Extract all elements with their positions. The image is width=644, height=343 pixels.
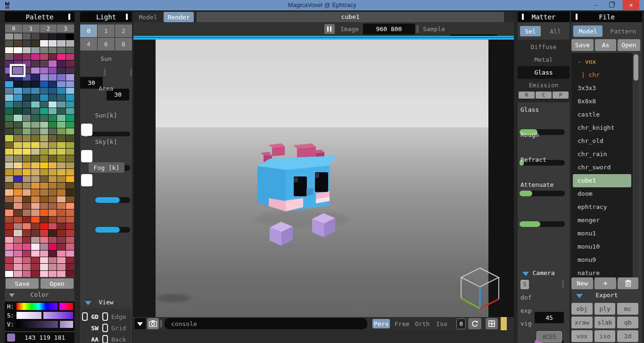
palette-swatch[interactable] [57, 155, 65, 161]
palette-swatch[interactable] [57, 243, 65, 250]
file-item-monu1[interactable]: monu1 [571, 227, 633, 240]
value-slider-tail[interactable] [60, 321, 73, 328]
palette-swatch[interactable] [49, 135, 57, 141]
palette-tab[interactable]: 0 [5, 25, 22, 33]
palette-swatch[interactable] [31, 54, 39, 60]
palette-swatch[interactable] [57, 33, 65, 40]
palette-swatch[interactable] [14, 230, 22, 236]
palette-swatch[interactable] [66, 176, 74, 182]
file-item-cube1[interactable]: cube1 [573, 174, 631, 187]
palette-swatch[interactable] [57, 251, 65, 257]
spinner-nub[interactable] [562, 280, 564, 289]
palette-swatch[interactable] [40, 81, 48, 87]
palette-swatch[interactable] [49, 203, 57, 209]
palette-swatch[interactable] [66, 101, 74, 108]
palette-swatch[interactable] [23, 183, 31, 189]
palette-swatch[interactable] [49, 67, 57, 74]
palette-swatch[interactable] [23, 81, 31, 87]
palette-swatch[interactable] [14, 33, 22, 40]
export-qb-button[interactable]: qb [617, 317, 638, 328]
palette-swatch[interactable] [49, 223, 57, 229]
view-mode-orth[interactable]: Orth [413, 319, 431, 328]
palette-swatch[interactable] [57, 94, 65, 100]
checkbox[interactable] [102, 335, 108, 343]
palette-swatch[interactable] [49, 189, 57, 195]
palette-swatch[interactable] [31, 176, 39, 182]
palette-swatch[interactable] [23, 230, 31, 236]
palette-swatch[interactable] [14, 149, 22, 155]
palette-swatch[interactable] [14, 196, 22, 202]
palette-swatch[interactable] [57, 264, 65, 270]
tab-render[interactable]: Render [164, 12, 194, 22]
palette-swatch[interactable] [66, 135, 74, 141]
file-save-button[interactable]: Save [571, 39, 594, 51]
palette-swatch[interactable] [40, 189, 48, 195]
palette-swatch[interactable] [31, 223, 39, 229]
palette-swatch[interactable] [57, 135, 65, 141]
export-2d-button[interactable]: 2d [617, 330, 638, 342]
palette-swatch[interactable] [5, 223, 13, 229]
close-button[interactable]: × [623, 0, 639, 10]
palette-swatch[interactable] [23, 108, 31, 114]
palette-swatch[interactable] [57, 209, 65, 216]
palette-swatch[interactable] [14, 217, 22, 223]
matter-rcp-c[interactable]: C [536, 92, 552, 99]
export-iso-button[interactable]: iso [594, 330, 616, 342]
palette-swatch[interactable] [23, 264, 31, 270]
light-preset-4[interactable]: 4 [80, 38, 97, 50]
palette-swatch[interactable] [66, 67, 74, 74]
palette-swatch[interactable] [14, 155, 22, 161]
palette-swatch[interactable] [23, 251, 31, 257]
matter-mode-diffuse[interactable]: Diffuse [518, 41, 570, 53]
palette-swatch[interactable] [31, 67, 39, 74]
palette-swatch[interactable] [31, 271, 39, 277]
kelvin-color-swatch[interactable] [81, 124, 92, 136]
palette-swatch[interactable] [14, 88, 22, 94]
palette-swatch[interactable] [5, 33, 13, 40]
panel-handle-icon[interactable] [126, 14, 128, 20]
palette-swatch[interactable] [14, 142, 22, 148]
kelvin-label[interactable]: Fog [k] [89, 162, 124, 173]
spinner-nub[interactable] [104, 68, 106, 76]
file-item-ephtracy[interactable]: ephtracy [571, 201, 633, 214]
file-item-monu10[interactable]: monu10 [571, 240, 633, 253]
kelvin-slider[interactable] [95, 227, 130, 233]
palette-swatch[interactable] [14, 223, 22, 229]
palette-swatch[interactable] [31, 115, 39, 121]
file-item-chr_old[interactable]: chr_old [571, 134, 633, 148]
light-preset-0[interactable]: 0 [80, 25, 97, 37]
palette-swatch[interactable] [40, 115, 48, 121]
palette-swatch[interactable] [49, 264, 57, 270]
fov-field[interactable]: 45 [535, 312, 564, 323]
minimize-button[interactable]: – [590, 0, 603, 10]
palette-swatch[interactable] [31, 74, 39, 80]
palette-swatch[interactable] [40, 122, 48, 128]
palette-swatch[interactable] [23, 67, 31, 74]
palette-swatch[interactable] [31, 237, 39, 243]
palette-swatch[interactable] [66, 128, 74, 134]
palette-swatch[interactable] [40, 60, 48, 67]
palette-swatch[interactable] [23, 88, 31, 94]
palette-swatch[interactable] [40, 67, 48, 74]
palette-swatch[interactable] [49, 237, 57, 243]
palette-swatch[interactable] [31, 135, 39, 141]
palette-swatch[interactable] [40, 135, 48, 141]
palette-swatch[interactable] [57, 196, 65, 202]
palette-swatch[interactable] [14, 243, 22, 250]
palette-swatch[interactable] [66, 74, 74, 80]
palette-swatch[interactable] [49, 243, 57, 250]
palette-swatch[interactable] [5, 115, 13, 121]
light-preset-1[interactable]: 1 [98, 25, 115, 37]
palette-tab[interactable]: 3 [57, 25, 74, 33]
palette-swatch[interactable] [57, 81, 65, 87]
panel-handle-icon[interactable] [576, 14, 578, 20]
view-mode-pers[interactable]: Pers [372, 319, 390, 328]
checkbox[interactable] [82, 312, 88, 321]
view-index-button[interactable]: 0 [456, 318, 466, 329]
palette-swatch[interactable] [31, 257, 39, 263]
palette-swatch[interactable] [49, 257, 57, 263]
palette-swatch[interactable] [40, 108, 48, 114]
palette-swatch[interactable] [49, 40, 57, 46]
palette-swatch[interactable] [31, 183, 39, 189]
palette-swatch[interactable] [5, 108, 13, 114]
